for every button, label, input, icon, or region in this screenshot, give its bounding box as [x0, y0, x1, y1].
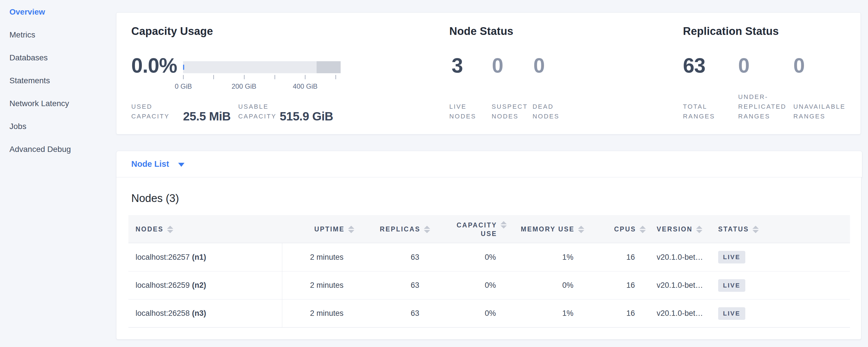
dead-nodes-label: DEAD NODES	[532, 102, 559, 121]
nodes-table: NODES UPTIME REPLICAS CAPACITY USE MEMOR…	[128, 215, 850, 327]
unavailable-ranges-count: 0	[793, 54, 805, 77]
cluster-summary-card: Capacity Usage 0.0% 0 GiB 200 GiB 400 Gi…	[116, 12, 861, 134]
table-row[interactable]: localhost:26258(n3) 2 minutes 63 0% 1% 1…	[128, 299, 850, 327]
capacity-gauge: 0 GiB 200 GiB 400 GiB	[183, 61, 341, 91]
nodes-table-card: Nodes (3) NODES UPTIME REPLICAS CAPACITY…	[116, 177, 861, 340]
capacity-usage-title: Capacity Usage	[131, 25, 213, 37]
column-header-replicas[interactable]: REPLICAS	[354, 216, 430, 243]
cpus-cell: 16	[584, 243, 646, 271]
live-nodes-count: 3	[452, 54, 463, 77]
used-capacity-value: 25.5 MiB	[183, 109, 230, 123]
sidebar-nav-list: Overview Metrics Databases Statements Ne…	[0, 0, 116, 161]
under-replicated-ranges-label: UNDER- REPLICATED RANGES	[738, 92, 786, 121]
version-cell: v20.1.0-bet…	[646, 299, 712, 327]
column-header-capacity-use[interactable]: CAPACITY USE	[430, 216, 507, 243]
column-header-nodes[interactable]: NODES	[128, 216, 282, 243]
status-cell: LIVE	[712, 272, 850, 299]
node-list-dropdown[interactable]: Node List	[131, 159, 184, 169]
unavailable-ranges-label: UNAVAILABLE RANGES	[793, 102, 845, 121]
column-header-memory-use[interactable]: MEMORY USE	[507, 216, 584, 243]
sort-icon	[578, 225, 584, 234]
replicas-cell: 63	[354, 243, 430, 271]
status-badge: LIVE	[718, 307, 745, 320]
table-row[interactable]: localhost:26259(n2) 2 minutes 63 0% 0% 1…	[128, 271, 850, 299]
memory-use-cell: 1%	[507, 299, 584, 327]
total-ranges-label: TOTAL RANGES	[683, 102, 715, 121]
replication-status-title: Replication Status	[683, 25, 779, 37]
uptime-cell: 2 minutes	[282, 272, 354, 299]
sort-icon	[696, 225, 703, 234]
nodes-heading: Nodes (3)	[131, 192, 179, 204]
replication-status-section: Replication Status 63 0 0 TOTAL RANGES U…	[683, 12, 858, 134]
capacity-gauge-track	[183, 61, 341, 73]
cpus-cell: 16	[584, 272, 646, 299]
memory-use-cell: 0%	[507, 272, 584, 299]
sort-icon	[752, 225, 759, 234]
tick-label-0gib: 0 GiB	[160, 83, 206, 90]
node-list-dropdown-bar: Node List	[116, 151, 862, 177]
status-cell: LIVE	[712, 299, 850, 327]
sort-icon	[500, 220, 507, 229]
chevron-down-icon	[178, 163, 184, 167]
cpus-cell: 16	[584, 299, 646, 327]
sidebar-item-databases[interactable]: Databases	[0, 46, 116, 69]
used-capacity-label: USED CAPACITY	[131, 102, 169, 121]
capacity-usage-section: Capacity Usage 0.0% 0 GiB 200 GiB 400 Gi…	[131, 12, 452, 134]
nodes-table-body: localhost:26257(n1) 2 minutes 63 0% 1% 1…	[128, 243, 850, 327]
status-cell: LIVE	[712, 243, 850, 271]
version-cell: v20.1.0-bet…	[646, 243, 712, 271]
capacity-use-cell: 0%	[430, 299, 507, 327]
status-badge: LIVE	[718, 251, 745, 263]
capacity-gauge-ticks	[183, 75, 341, 81]
sort-icon	[348, 225, 354, 234]
sort-icon	[167, 225, 173, 234]
node-status-title: Node Status	[449, 25, 514, 37]
memory-use-cell: 1%	[507, 243, 584, 271]
node-address-cell[interactable]: localhost:26258(n3)	[128, 299, 282, 327]
total-ranges-count: 63	[683, 54, 705, 77]
sidebar-item-advanced-debug[interactable]: Advanced Debug	[0, 138, 116, 161]
usable-capacity-value: 515.9 GiB	[280, 109, 333, 123]
nodes-table-header: NODES UPTIME REPLICAS CAPACITY USE MEMOR…	[128, 215, 850, 243]
sidebar-item-overview[interactable]: Overview	[0, 1, 116, 24]
capacity-gauge-used-bar	[183, 65, 184, 70]
sidebar: Overview Metrics Databases Statements Ne…	[0, 0, 116, 347]
replicas-cell: 63	[354, 299, 430, 327]
tick-label-400gib: 400 GiB	[282, 83, 328, 90]
under-replicated-ranges-count: 0	[738, 54, 749, 77]
node-address-cell[interactable]: localhost:26257(n1)	[128, 243, 282, 271]
capacity-used-percent: 0.0%	[131, 54, 177, 77]
node-list-dropdown-label: Node List	[131, 159, 169, 169]
dead-nodes-count: 0	[533, 54, 545, 77]
version-cell: v20.1.0-bet…	[646, 272, 712, 299]
node-address-cell[interactable]: localhost:26259(n2)	[128, 272, 282, 299]
capacity-use-cell: 0%	[430, 243, 507, 271]
capacity-gauge-other-usage	[317, 61, 341, 73]
capacity-use-cell: 0%	[430, 272, 507, 299]
sidebar-item-statements[interactable]: Statements	[0, 69, 116, 92]
status-badge: LIVE	[718, 279, 745, 292]
sidebar-item-jobs[interactable]: Jobs	[0, 115, 116, 138]
sidebar-item-network-latency[interactable]: Network Latency	[0, 92, 116, 115]
usable-capacity-label: USABLE CAPACITY	[238, 102, 277, 121]
column-header-status[interactable]: STATUS	[712, 216, 850, 243]
suspect-nodes-label: SUSPECT NODES	[492, 102, 528, 121]
column-header-uptime[interactable]: UPTIME	[282, 216, 354, 243]
uptime-cell: 2 minutes	[282, 243, 354, 271]
sort-icon	[424, 225, 430, 234]
sort-icon	[640, 225, 646, 234]
column-header-cpus[interactable]: CPUS	[584, 216, 646, 243]
replicas-cell: 63	[354, 272, 430, 299]
node-status-section: Node Status 3 0 0 LIVE NODES SUSPECT NOD…	[449, 12, 681, 134]
column-header-version[interactable]: VERSION	[646, 216, 712, 243]
live-nodes-label: LIVE NODES	[449, 102, 476, 121]
tick-label-200gib: 200 GiB	[221, 83, 267, 90]
sidebar-item-metrics[interactable]: Metrics	[0, 24, 116, 46]
uptime-cell: 2 minutes	[282, 299, 354, 327]
suspect-nodes-count: 0	[492, 54, 503, 77]
table-row[interactable]: localhost:26257(n1) 2 minutes 63 0% 1% 1…	[128, 243, 850, 271]
